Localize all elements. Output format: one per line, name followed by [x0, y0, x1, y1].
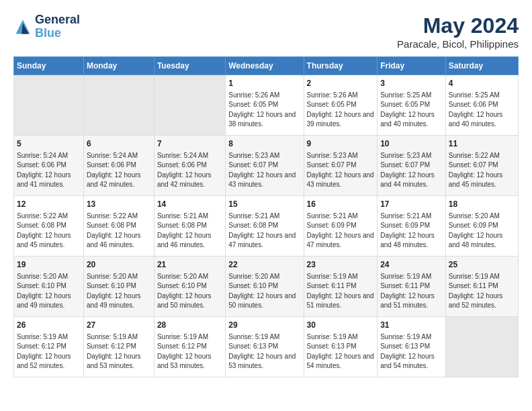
day-number: 2: [307, 78, 375, 89]
day-info: Sunrise: 5:25 AMSunset: 6:05 PMDaylight:…: [380, 91, 443, 130]
calendar-week-row: 19Sunrise: 5:20 AMSunset: 6:10 PMDayligh…: [14, 257, 519, 317]
calendar-day: 8Sunrise: 5:23 AMSunset: 6:07 PMDaylight…: [226, 136, 304, 196]
day-info: Sunrise: 5:21 AMSunset: 6:09 PMDaylight:…: [307, 212, 375, 250]
logo-icon: [13, 17, 32, 36]
calendar-day: 6Sunrise: 5:24 AMSunset: 6:06 PMDaylight…: [83, 136, 154, 196]
day-info: Sunrise: 5:26 AMSunset: 6:05 PMDaylight:…: [307, 91, 375, 130]
day-number: 25: [449, 259, 515, 271]
calendar-day: 4Sunrise: 5:25 AMSunset: 6:06 PMDaylight…: [445, 75, 518, 136]
day-number: 28: [157, 320, 222, 331]
day-info: Sunrise: 5:20 AMSunset: 6:10 PMDaylight:…: [87, 272, 151, 311]
calendar-title: May 2024: [397, 13, 519, 38]
day-info: Sunrise: 5:23 AMSunset: 6:07 PMDaylight:…: [307, 151, 375, 190]
calendar-day: 3Sunrise: 5:25 AMSunset: 6:05 PMDaylight…: [378, 75, 446, 136]
calendar-day: 24Sunrise: 5:19 AMSunset: 6:11 PMDayligh…: [378, 257, 446, 317]
day-info: Sunrise: 5:20 AMSunset: 6:10 PMDaylight:…: [17, 272, 81, 311]
day-number: 7: [157, 138, 222, 150]
day-number: 23: [307, 259, 375, 271]
day-info: Sunrise: 5:19 AMSunset: 6:12 PMDaylight:…: [87, 332, 151, 371]
day-info: Sunrise: 5:24 AMSunset: 6:06 PMDaylight:…: [87, 151, 151, 190]
logo-text: General Blue: [35, 13, 80, 40]
title-block: May 2024 Paracale, Bicol, Philippines: [397, 13, 519, 50]
day-number: 11: [449, 138, 515, 150]
calendar-week-row: 12Sunrise: 5:22 AMSunset: 6:08 PMDayligh…: [14, 196, 519, 257]
day-info: Sunrise: 5:26 AMSunset: 6:05 PMDaylight:…: [228, 91, 300, 130]
day-number: 24: [380, 259, 443, 271]
logo: General Blue: [13, 13, 80, 40]
day-number: 30: [307, 320, 375, 331]
day-info: Sunrise: 5:20 AMSunset: 6:10 PMDaylight:…: [228, 272, 300, 311]
calendar-week-row: 1Sunrise: 5:26 AMSunset: 6:05 PMDaylight…: [14, 75, 519, 136]
day-number: 31: [380, 320, 443, 331]
day-info: Sunrise: 5:20 AMSunset: 6:10 PMDaylight:…: [157, 272, 222, 311]
day-info: Sunrise: 5:19 AMSunset: 6:12 PMDaylight:…: [157, 332, 222, 371]
calendar-subtitle: Paracale, Bicol, Philippines: [397, 38, 519, 50]
day-info: Sunrise: 5:19 AMSunset: 6:13 PMDaylight:…: [307, 332, 375, 371]
calendar-day: 15Sunrise: 5:21 AMSunset: 6:08 PMDayligh…: [226, 196, 304, 257]
day-number: 8: [228, 138, 300, 150]
day-info: Sunrise: 5:19 AMSunset: 6:13 PMDaylight:…: [380, 332, 443, 371]
day-info: Sunrise: 5:19 AMSunset: 6:12 PMDaylight:…: [17, 332, 81, 371]
day-number: 17: [380, 199, 443, 210]
day-number: 9: [307, 138, 375, 150]
calendar-day: [14, 75, 84, 136]
calendar-day: 30Sunrise: 5:19 AMSunset: 6:13 PMDayligh…: [304, 317, 378, 377]
calendar-day: 12Sunrise: 5:22 AMSunset: 6:08 PMDayligh…: [14, 196, 84, 257]
calendar-week-row: 5Sunrise: 5:24 AMSunset: 6:06 PMDaylight…: [14, 136, 519, 196]
calendar-day: 20Sunrise: 5:20 AMSunset: 6:10 PMDayligh…: [83, 257, 154, 317]
calendar-day: 11Sunrise: 5:22 AMSunset: 6:07 PMDayligh…: [445, 136, 518, 196]
day-number: 22: [228, 259, 300, 271]
calendar-week-row: 26Sunrise: 5:19 AMSunset: 6:12 PMDayligh…: [14, 317, 519, 377]
header-row: Sunday Monday Tuesday Wednesday Thursday…: [14, 57, 519, 75]
calendar-day: 7Sunrise: 5:24 AMSunset: 6:06 PMDaylight…: [154, 136, 225, 196]
calendar-day: 18Sunrise: 5:20 AMSunset: 6:09 PMDayligh…: [445, 196, 518, 257]
col-saturday: Saturday: [445, 57, 518, 75]
day-info: Sunrise: 5:19 AMSunset: 6:11 PMDaylight:…: [380, 272, 443, 311]
day-info: Sunrise: 5:21 AMSunset: 6:09 PMDaylight:…: [380, 212, 443, 250]
day-info: Sunrise: 5:19 AMSunset: 6:13 PMDaylight:…: [228, 332, 300, 371]
calendar-table: Sunday Monday Tuesday Wednesday Thursday…: [13, 56, 519, 377]
day-number: 14: [157, 199, 222, 210]
col-tuesday: Tuesday: [154, 57, 225, 75]
calendar-day: 29Sunrise: 5:19 AMSunset: 6:13 PMDayligh…: [226, 317, 304, 377]
calendar-day: 9Sunrise: 5:23 AMSunset: 6:07 PMDaylight…: [304, 136, 378, 196]
calendar-day: 22Sunrise: 5:20 AMSunset: 6:10 PMDayligh…: [226, 257, 304, 317]
calendar-day: 16Sunrise: 5:21 AMSunset: 6:09 PMDayligh…: [304, 196, 378, 257]
day-info: Sunrise: 5:22 AMSunset: 6:08 PMDaylight:…: [87, 212, 151, 250]
calendar-day: 14Sunrise: 5:21 AMSunset: 6:08 PMDayligh…: [154, 196, 225, 257]
day-number: 1: [228, 78, 300, 89]
day-number: 15: [228, 199, 300, 210]
calendar-day: 28Sunrise: 5:19 AMSunset: 6:12 PMDayligh…: [154, 317, 225, 377]
day-info: Sunrise: 5:25 AMSunset: 6:06 PMDaylight:…: [449, 91, 515, 130]
calendar-day: [154, 75, 225, 136]
calendar-day: 31Sunrise: 5:19 AMSunset: 6:13 PMDayligh…: [378, 317, 446, 377]
calendar-header: Sunday Monday Tuesday Wednesday Thursday…: [14, 57, 519, 75]
calendar-day: 21Sunrise: 5:20 AMSunset: 6:10 PMDayligh…: [154, 257, 225, 317]
calendar-day: 17Sunrise: 5:21 AMSunset: 6:09 PMDayligh…: [378, 196, 446, 257]
calendar-day: 27Sunrise: 5:19 AMSunset: 6:12 PMDayligh…: [83, 317, 154, 377]
calendar-day: [445, 317, 518, 377]
calendar-day: 2Sunrise: 5:26 AMSunset: 6:05 PMDaylight…: [304, 75, 378, 136]
calendar-day: [83, 75, 154, 136]
day-info: Sunrise: 5:21 AMSunset: 6:08 PMDaylight:…: [157, 212, 222, 250]
day-number: 21: [157, 259, 222, 271]
calendar-day: 5Sunrise: 5:24 AMSunset: 6:06 PMDaylight…: [14, 136, 84, 196]
day-info: Sunrise: 5:23 AMSunset: 6:07 PMDaylight:…: [228, 151, 300, 190]
day-info: Sunrise: 5:22 AMSunset: 6:07 PMDaylight:…: [449, 151, 515, 190]
col-friday: Friday: [378, 57, 446, 75]
col-wednesday: Wednesday: [226, 57, 304, 75]
day-info: Sunrise: 5:20 AMSunset: 6:09 PMDaylight:…: [449, 212, 515, 250]
calendar-day: 10Sunrise: 5:23 AMSunset: 6:07 PMDayligh…: [378, 136, 446, 196]
logo-general: General: [35, 13, 80, 27]
day-info: Sunrise: 5:24 AMSunset: 6:06 PMDaylight:…: [17, 151, 81, 190]
day-number: 19: [17, 259, 81, 271]
day-number: 5: [17, 138, 81, 150]
day-number: 20: [87, 259, 151, 271]
day-number: 3: [380, 78, 443, 89]
day-number: 6: [87, 138, 151, 150]
day-number: 16: [307, 199, 375, 210]
day-info: Sunrise: 5:22 AMSunset: 6:08 PMDaylight:…: [17, 212, 81, 250]
calendar-day: 13Sunrise: 5:22 AMSunset: 6:08 PMDayligh…: [83, 196, 154, 257]
day-number: 29: [228, 320, 300, 331]
day-number: 4: [449, 78, 515, 89]
